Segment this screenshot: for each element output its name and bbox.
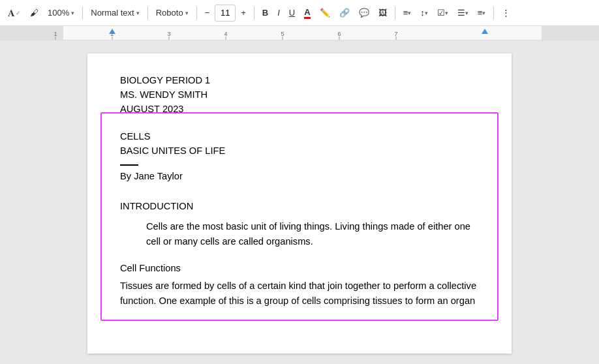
zoom-value: 100%: [48, 8, 69, 18]
line-spacing-chevron-icon: ▾: [425, 10, 428, 16]
bullets-chevron-icon: ▾: [465, 10, 468, 16]
svg-text:3: 3: [167, 31, 170, 37]
bullets-button[interactable]: ☰ ▾: [453, 4, 472, 22]
font-size-decrease-button[interactable]: −: [201, 4, 214, 22]
minus-icon: −: [205, 8, 210, 18]
divider-3: [196, 7, 197, 20]
spellcheck-icon: 𝐀: [8, 7, 15, 19]
font-size-value: 11: [221, 8, 230, 18]
introduction-body: Cells are the most basic unit of living …: [146, 219, 479, 250]
document-area: BIOLOGY PERIOD 1 MS. WENDY SMITH AUGUST …: [0, 40, 599, 364]
underline-button[interactable]: U: [285, 4, 299, 22]
zoom-chevron-icon: ▾: [71, 10, 74, 16]
cell-functions-body: Tissues are formed by cells of a certain…: [120, 279, 479, 309]
paint-format-icon: 🖌: [30, 8, 38, 18]
title-line2: BASIC UNITES OF LIFE: [120, 144, 479, 158]
text-style-chevron-icon: ▾: [136, 10, 140, 16]
highlight-icon: ✏️: [320, 8, 330, 18]
numbered-list-button[interactable]: ≡ ▾: [474, 4, 490, 22]
bullets-icon: ☰: [457, 8, 465, 18]
bold-button[interactable]: B: [258, 4, 272, 22]
font-size-increase-button[interactable]: +: [237, 4, 250, 22]
plus-icon: +: [241, 8, 246, 18]
font-size-area: − 11 +: [201, 4, 250, 22]
divider-1: [82, 7, 83, 20]
svg-text:6: 6: [337, 31, 341, 37]
zoom-dropdown[interactable]: 100% ▾: [44, 4, 78, 22]
svg-text:7: 7: [394, 31, 397, 37]
italic-icon: I: [277, 8, 280, 18]
bold-icon: B: [262, 8, 268, 18]
font-dropdown[interactable]: Roboto ▾: [152, 4, 192, 22]
divider-6: [493, 7, 494, 20]
paint-format-button[interactable]: 🖌: [26, 4, 42, 22]
link-icon: 🔗: [339, 8, 350, 18]
align-button[interactable]: ≡ ▾: [399, 4, 416, 22]
header-line2: MS. WENDY SMITH: [120, 87, 479, 102]
title-block: CELLS BASIC UNITES OF LIFE: [120, 129, 479, 158]
introduction-heading: INTRODUCTION: [120, 201, 479, 211]
image-icon: 🖼: [378, 8, 387, 18]
link-button[interactable]: 🔗: [335, 4, 354, 22]
author-text: By Jane Taylor: [120, 171, 479, 181]
header-line1: BIOLOGY PERIOD 1: [120, 73, 479, 87]
checklist-chevron-icon: ▾: [445, 10, 448, 16]
font-label: Roboto: [156, 8, 183, 18]
author-block: By Jane Taylor: [120, 171, 479, 181]
svg-rect-2: [542, 26, 599, 40]
divider-2: [147, 7, 148, 20]
align-icon: ≡: [403, 8, 408, 18]
svg-text:4: 4: [224, 31, 227, 37]
font-chevron-icon: ▾: [185, 10, 189, 16]
comment-button[interactable]: 💬: [355, 4, 373, 22]
svg-rect-0: [0, 26, 599, 40]
page: BIOLOGY PERIOD 1 MS. WENDY SMITH AUGUST …: [87, 53, 512, 354]
document-content: BIOLOGY PERIOD 1 MS. WENDY SMITH AUGUST …: [120, 73, 479, 309]
ruler-svg: 1 2 3 4 5 6 7: [0, 26, 599, 40]
font-size-input[interactable]: 11: [215, 5, 236, 22]
comment-icon: 💬: [359, 8, 369, 18]
svg-text:5: 5: [281, 31, 284, 37]
title-line1: CELLS: [120, 129, 479, 144]
line-spacing-button[interactable]: ↕ ▾: [416, 4, 432, 22]
divider-4: [254, 7, 254, 20]
checklist-icon: ☑: [437, 8, 445, 18]
cell-functions-heading: Cell Functions: [120, 263, 479, 273]
divider-5: [395, 7, 395, 20]
spellcheck-checkmark-icon: ✓: [16, 10, 21, 16]
highlight-button[interactable]: ✏️: [316, 4, 334, 22]
numbered-list-icon: ≡: [478, 8, 483, 18]
italic-button[interactable]: I: [273, 4, 284, 22]
text-style-label: Normal text: [91, 8, 134, 18]
numbered-list-chevron-icon: ▾: [482, 10, 485, 16]
svg-text:1: 1: [54, 31, 57, 37]
header-block: BIOLOGY PERIOD 1 MS. WENDY SMITH AUGUST …: [120, 73, 479, 116]
ruler: 1 2 3 4 5 6 7: [0, 26, 599, 40]
more-options-button[interactable]: ⋮: [498, 4, 514, 22]
image-button[interactable]: 🖼: [375, 4, 391, 22]
align-chevron-icon: ▾: [408, 10, 411, 16]
text-style-dropdown[interactable]: Normal text ▾: [87, 4, 143, 22]
text-color-button[interactable]: A: [300, 4, 314, 22]
header-line3: AUGUST 2023: [120, 102, 479, 116]
checklist-button[interactable]: ☑ ▾: [433, 4, 452, 22]
underline-icon: U: [289, 8, 295, 18]
more-options-icon: ⋮: [502, 8, 510, 18]
toolbar: 𝐀 ✓ 🖌 100% ▾ Normal text ▾ Roboto ▾ − 11…: [0, 0, 599, 26]
spellcheck-button[interactable]: 𝐀 ✓: [4, 4, 25, 22]
title-divider: [120, 164, 138, 166]
text-color-icon: A: [304, 7, 310, 19]
